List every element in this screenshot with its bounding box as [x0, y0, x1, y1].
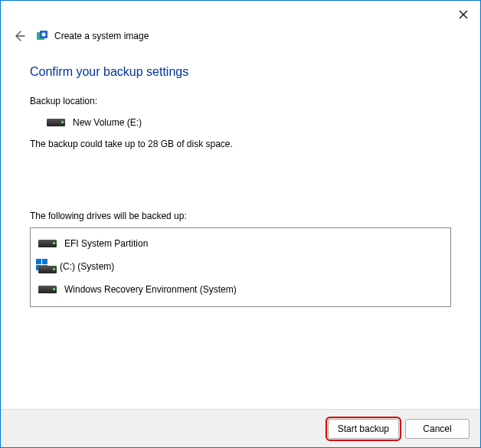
system-image-icon [36, 30, 48, 42]
drive-row: EFI System Partition [31, 233, 450, 254]
back-arrow-icon [13, 30, 25, 42]
backup-location-label: Backup location: [30, 96, 451, 106]
cancel-button[interactable]: Cancel [405, 419, 470, 439]
size-note: The backup could take up to 28 GB of dis… [30, 139, 451, 149]
drive-row: (C:) (System) [31, 254, 450, 279]
back-button[interactable] [11, 28, 27, 44]
close-icon [459, 10, 468, 19]
drive-name: (C:) (System) [60, 261, 114, 272]
drive-name: Windows Recovery Environment (System) [64, 284, 237, 295]
windows-drive-icon [38, 260, 52, 273]
drives-section-label: The following drives will be backed up: [30, 211, 451, 221]
window-title: Create a system image [54, 31, 149, 41]
drives-list: EFI System Partition (C:) (System) Windo… [30, 227, 451, 307]
start-backup-button[interactable]: Start backup [328, 419, 399, 439]
drive-name: EFI System Partition [64, 238, 148, 249]
page-heading: Confirm your backup settings [30, 65, 451, 79]
backup-location-row: New Volume (E:) [47, 117, 451, 128]
close-button[interactable] [456, 7, 471, 22]
app-title-group: Create a system image [36, 30, 149, 42]
drive-icon [47, 119, 65, 126]
drive-icon [38, 286, 57, 293]
footer: Start backup Cancel [1, 409, 480, 447]
drive-icon [38, 240, 57, 247]
drive-row: Windows Recovery Environment (System) [31, 279, 450, 300]
svg-point-4 [42, 33, 46, 37]
backup-location-value: New Volume (E:) [73, 117, 142, 128]
